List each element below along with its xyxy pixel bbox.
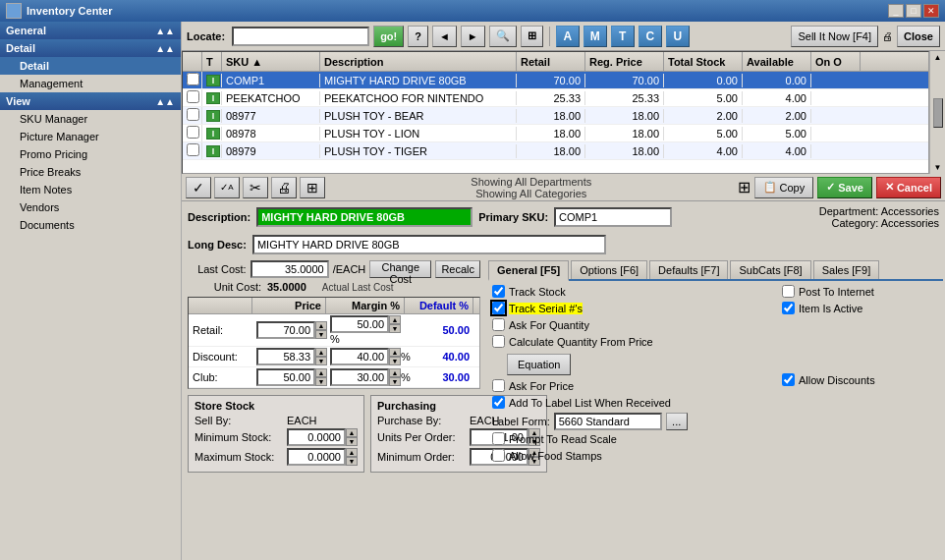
sidebar-item-sku-manager[interactable]: SKU Manager [0,110,181,128]
max-stock-down[interactable]: ▼ [346,457,358,466]
prompt-read-scale-checkbox[interactable] [492,432,505,445]
primary-sku-input[interactable] [554,207,672,227]
club-margin-down[interactable]: ▼ [389,377,401,386]
table-row[interactable]: I COMP1 MIGHTY HARD DRIVE 80GB 70.00 70.… [183,72,928,89]
track-serial-checkbox[interactable] [492,302,505,314]
sidebar-item-management[interactable]: Management [0,75,181,92]
row-checkbox[interactable] [183,125,202,141]
row-checkbox[interactable] [183,72,202,88]
letter-a-button[interactable]: A [556,26,580,47]
retail-margin-down[interactable]: ▼ [389,324,401,333]
club-price-input[interactable] [256,368,315,386]
sidebar-item-vendors[interactable]: Vendors [0,198,181,216]
close-button[interactable]: ✕ [923,4,939,18]
ask-for-price-checkbox[interactable] [492,379,505,392]
sidebar-item-promo-pricing[interactable]: Promo Pricing [0,145,181,163]
sidebar-item-item-notes[interactable]: Item Notes [0,181,181,198]
minimize-button[interactable]: _ [888,4,904,18]
copy-button[interactable]: 📋 Copy [754,177,814,198]
locate-input[interactable] [232,27,369,46]
forward-button[interactable]: ► [461,26,485,47]
table-row[interactable]: I 08979 PLUSH TOY - TIGER 18.00 18.00 4.… [183,142,928,160]
max-stock-input[interactable] [287,448,346,466]
print-button[interactable]: 🖨 [271,177,297,198]
label-form-browse-button[interactable]: ... [666,413,688,430]
sidebar-item-documents[interactable]: Documents [0,216,181,234]
letter-u-button[interactable]: U [666,26,690,47]
row-checkbox[interactable] [183,89,202,106]
checkmark2-button[interactable]: ✓A [214,177,240,198]
col-description[interactable]: Description [320,52,517,71]
col-available[interactable]: Available [743,52,811,71]
sidebar-item-price-breaks[interactable]: Price Breaks [0,163,181,181]
min-stock-down[interactable]: ▼ [346,437,358,446]
col-reg-price[interactable]: Reg. Price [585,52,664,71]
club-margin-input[interactable] [330,368,389,386]
letter-t-button[interactable]: T [611,26,635,47]
club-margin-up[interactable]: ▲ [389,368,401,377]
col-on-order[interactable]: On O [811,52,861,71]
equation-button[interactable]: Equation [507,354,571,375]
min-stock-input[interactable] [287,428,346,446]
long-desc-input[interactable] [252,235,606,254]
row-checkbox[interactable] [183,107,202,124]
max-stock-up[interactable]: ▲ [346,448,358,457]
sidebar-section-view[interactable]: View ▲▲ [0,92,181,110]
label-form-input[interactable] [554,413,662,430]
ask-for-quantity-checkbox[interactable] [492,318,505,331]
sell-now-button[interactable]: Sell It Now [F4] [791,26,878,47]
scrollbar-up-button[interactable]: ▲ [934,53,942,62]
change-cost-button[interactable]: Change Cost [369,260,431,278]
calc-qty-from-price-checkbox[interactable] [492,335,505,348]
item-is-active-checkbox[interactable] [782,302,795,314]
retail-margin-input[interactable] [330,315,389,333]
table-row[interactable]: I 08978 PLUSH TOY - LION 18.00 18.00 5.0… [183,125,928,142]
tab-general[interactable]: General [F5] [488,260,569,281]
discount-price-input[interactable] [256,348,315,365]
min-stock-up[interactable]: ▲ [346,428,358,437]
search-button[interactable]: 🔍 [489,26,517,47]
tab-options[interactable]: Options [F6] [571,260,647,279]
sidebar-item-detail[interactable]: Detail [0,57,181,75]
checkmark-button[interactable]: ✓ [186,177,211,198]
filter-button[interactable]: ⊞ [521,26,543,47]
track-stock-checkbox[interactable] [492,285,505,298]
tab-sales[interactable]: Sales [F9] [813,260,880,279]
discount-margin-input[interactable] [330,348,389,365]
discount-margin-up[interactable]: ▲ [389,348,401,357]
cancel-button[interactable]: ✕ Cancel [876,177,941,198]
sidebar-section-detail[interactable]: Detail ▲▲ [0,39,181,57]
recalc-button[interactable]: Recalc [435,260,480,278]
discount-margin-down[interactable]: ▼ [389,357,401,365]
table-row[interactable]: I 08977 PLUSH TOY - BEAR 18.00 18.00 2.0… [183,107,928,125]
col-total-stock[interactable]: Total Stock [664,52,743,71]
sidebar-item-picture-manager[interactable]: Picture Manager [0,128,181,145]
tab-defaults[interactable]: Defaults [F7] [649,260,728,279]
table-row[interactable]: I PEEKATCHOO PEEKATCHOO FOR NINTENDO 25.… [183,89,928,107]
row-checkbox[interactable] [183,142,202,159]
grid-button[interactable]: ⊞ [300,177,325,198]
last-cost-input[interactable] [250,260,329,278]
col-sku[interactable]: SKU ▲ [222,52,320,71]
sidebar-section-general[interactable]: General ▲▲ [0,22,181,39]
close-main-button[interactable]: Close [897,26,940,47]
scrollbar-down-button[interactable]: ▼ [934,163,942,172]
maximize-button[interactable]: □ [906,4,921,18]
allow-food-stamps-checkbox[interactable] [492,449,505,462]
back-button[interactable]: ◄ [432,26,457,47]
post-to-internet-checkbox[interactable] [782,285,795,298]
allow-discounts-checkbox[interactable] [782,373,795,386]
add-to-label-checkbox[interactable] [492,396,505,409]
save-button[interactable]: ✓ Save [817,177,872,198]
description-input[interactable] [256,207,472,227]
retail-margin-up[interactable]: ▲ [389,315,401,324]
delete-button[interactable]: ✂ [243,177,268,198]
help-button[interactable]: ? [408,26,428,47]
retail-price-input[interactable] [256,321,315,339]
scrollbar-thumb[interactable] [933,98,943,128]
tab-subcats[interactable]: SubCats [F8] [730,260,810,279]
go-button[interactable]: go! [373,26,404,47]
letter-c-button[interactable]: C [639,26,662,47]
col-retail[interactable]: Retail [517,52,585,71]
letter-m-button[interactable]: M [584,26,607,47]
